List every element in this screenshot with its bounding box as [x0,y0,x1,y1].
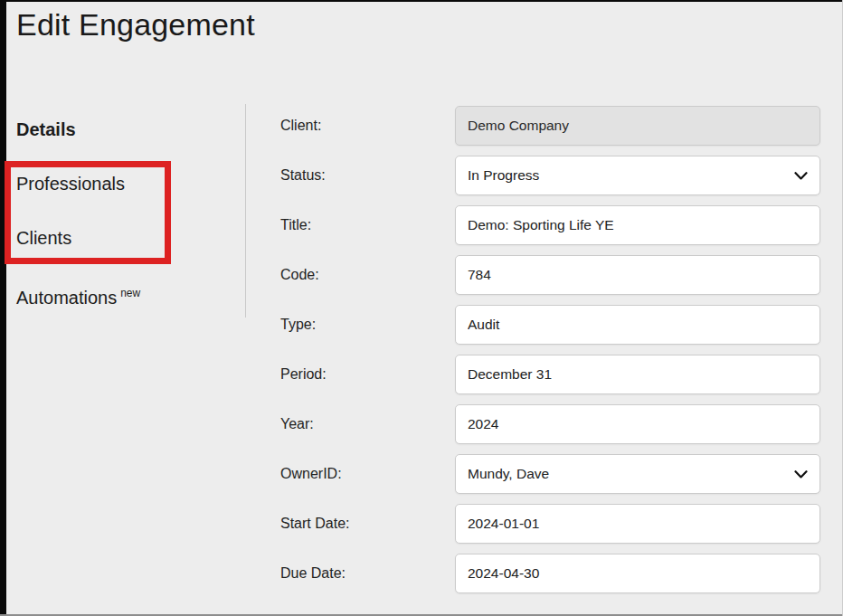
form-row-code: Code: [280,255,820,295]
form-row-client: Client: [280,106,820,146]
chevron-down-icon [794,172,808,180]
sidebar-item-professionals[interactable]: Professionals [16,174,125,194]
form-row-year: Year: [280,404,820,444]
client-input [455,106,820,146]
sidebar-item-details[interactable]: Details [16,119,76,140]
form-row-ownerid: OwnerID: Mundy, Dave [280,454,820,494]
new-badge: new [120,287,140,299]
window-border-top [0,0,843,2]
form-row-title: Title: [280,205,820,245]
sidebar-divider [245,104,246,317]
page-title: Edit Engagement [16,7,255,43]
sidebar-item-clients[interactable]: Clients [16,228,71,249]
client-label: Client: [280,118,455,134]
form-row-start-date: Start Date: [280,504,820,544]
title-label: Title: [280,217,455,233]
year-label: Year: [280,416,455,432]
form-row-status: Status: In Progress [280,156,820,195]
period-label: Period: [280,366,455,383]
sidebar-item-label: Automations [16,288,117,308]
sidebar-item-automations[interactable]: Automationsnew [16,287,140,308]
status-select[interactable]: In Progress [455,156,820,195]
year-input[interactable] [455,404,820,444]
form-row-type: Type: [280,305,820,345]
chevron-down-icon [794,470,808,479]
code-input[interactable] [455,255,820,295]
type-label: Type: [280,317,455,333]
type-input[interactable] [455,305,820,345]
status-select-value: In Progress [468,167,539,184]
ownerid-select-value: Mundy, Dave [468,466,549,482]
status-label: Status: [280,167,455,184]
title-input[interactable] [455,205,820,245]
due-date-input[interactable] [455,554,820,593]
form-row-period: Period: [280,355,820,394]
code-label: Code: [280,267,455,283]
period-input[interactable] [455,355,820,394]
ownerid-label: OwnerID: [280,466,455,482]
start-date-label: Start Date: [280,516,455,532]
form-row-due-date: Due Date: [280,554,820,593]
edit-engagement-form: Client: Status: In Progress Title: Code:… [280,106,820,593]
ownerid-select[interactable]: Mundy, Dave [455,454,820,494]
start-date-input[interactable] [455,504,820,544]
window-border-left [0,0,6,616]
due-date-label: Due Date: [280,565,455,582]
